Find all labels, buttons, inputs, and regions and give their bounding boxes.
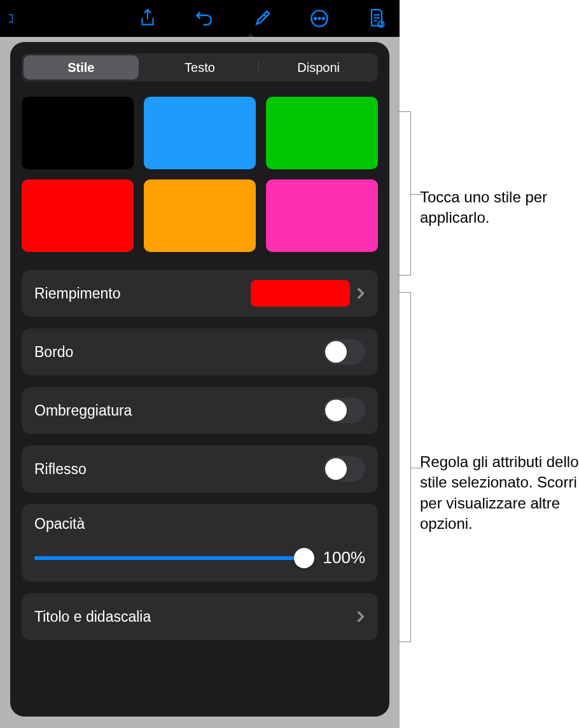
tab-style[interactable]: Stile (24, 55, 139, 80)
caption-row[interactable]: Titolo e didascalia (22, 593, 378, 640)
reflection-label: Riflesso (34, 461, 323, 478)
fill-label: Riempimento (34, 285, 251, 302)
style-presets-grid (22, 97, 378, 252)
paintbrush-icon[interactable] (252, 8, 272, 29)
opacity-slider[interactable] (34, 556, 304, 560)
callout-text-1: Tocca uno stile per applicarlo. (420, 187, 573, 228)
document-settings-icon[interactable] (366, 8, 387, 29)
svg-point-3 (323, 18, 324, 20)
tab-arrange[interactable]: Disponi (259, 55, 378, 80)
fill-row[interactable]: Riempimento (22, 270, 378, 317)
caption-label: Titolo e didascalia (34, 608, 356, 626)
opacity-row: Opacità 100% (22, 504, 378, 582)
tab-text[interactable]: Testo (141, 55, 260, 80)
top-toolbar (0, 0, 400, 37)
style-preset-1[interactable] (144, 97, 256, 169)
share-icon[interactable] (137, 8, 158, 29)
shadow-row[interactable]: Ombreggiatura (22, 387, 378, 434)
opacity-value: 100% (316, 548, 365, 568)
shadow-label: Ombreggiatura (34, 402, 323, 419)
border-label: Bordo (34, 344, 323, 361)
style-preset-3[interactable] (22, 179, 134, 252)
svg-point-2 (319, 18, 321, 20)
shadow-toggle[interactable] (323, 398, 365, 423)
chevron-right-icon (356, 286, 365, 300)
reflection-toggle[interactable] (323, 456, 365, 482)
format-segmented-control: Stile Testo Disponi (22, 53, 378, 81)
border-row[interactable]: Bordo (22, 328, 378, 375)
format-panel: Stile Testo Disponi Riempimento Bordo Om… (10, 42, 389, 717)
chevron-right-icon (356, 610, 365, 624)
callout-bracket-2 (398, 292, 411, 642)
style-preset-2[interactable] (266, 97, 378, 169)
border-toggle[interactable] (323, 339, 365, 365)
callout-bracket-1 (398, 111, 411, 276)
callout-text-2: Regola gli attributi dello stile selezio… (420, 452, 579, 535)
opacity-label: Opacità (34, 515, 365, 533)
style-preset-5[interactable] (266, 179, 378, 252)
doc-edge-icon[interactable] (3, 8, 23, 29)
more-icon[interactable] (309, 8, 330, 29)
style-preset-0[interactable] (22, 97, 134, 169)
fill-color-chip (251, 280, 350, 307)
undo-icon[interactable] (195, 8, 215, 29)
opacity-slider-thumb[interactable] (294, 548, 314, 568)
reflection-row[interactable]: Riflesso (22, 445, 378, 493)
svg-point-1 (315, 18, 317, 20)
style-preset-4[interactable] (144, 179, 256, 252)
